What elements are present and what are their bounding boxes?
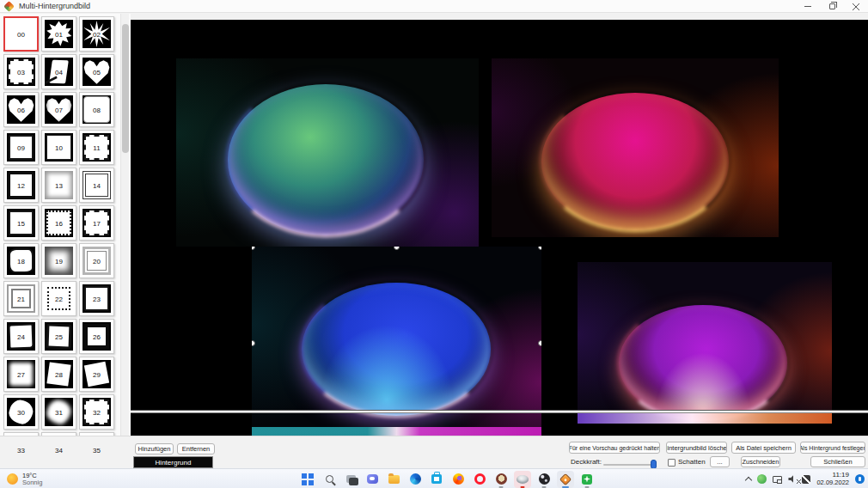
mask-thumbnail[interactable]: 18	[3, 243, 39, 278]
mask-thumbnail[interactable]: 13	[41, 168, 76, 203]
mask-thumbnail[interactable]: 02	[79, 16, 114, 52]
more-options-button[interactable]: ...	[710, 456, 730, 467]
mask-number: 22	[45, 295, 73, 302]
resize-handle[interactable]	[538, 340, 541, 346]
background-button[interactable]: Hintergrund	[133, 456, 213, 468]
taskbar-app[interactable]	[342, 471, 359, 488]
mask-thumbnail[interactable]: 08	[79, 92, 114, 127]
mask-thumbnail[interactable]: 09	[3, 130, 39, 165]
notification-badge-icon[interactable]	[855, 474, 865, 484]
shadow-checkbox[interactable]	[668, 459, 675, 467]
mask-thumbnail[interactable]: 10	[41, 130, 76, 165]
mask-preview: 25	[45, 322, 73, 351]
mask-thumbnail[interactable]: 28	[41, 357, 76, 392]
resize-handle[interactable]	[252, 247, 255, 250]
mask-thumbnail[interactable]: 14	[79, 168, 114, 203]
mask-preview: 20	[83, 247, 111, 275]
taskbar-app[interactable]	[364, 471, 381, 488]
sidebar-scrollbar[interactable]	[120, 14, 129, 468]
delete-wallpaper-button[interactable]: Hintergrundbild löschen	[666, 442, 727, 454]
mask-thumbnail[interactable]: 16	[41, 205, 76, 241]
opacity-slider[interactable]	[603, 461, 657, 468]
taskbar-app[interactable]	[449, 471, 467, 488]
restore-button[interactable]	[820, 0, 844, 13]
tray-icon[interactable]	[773, 476, 782, 483]
taskbar-app[interactable]	[492, 471, 510, 488]
close-app-button[interactable]: Schließen	[810, 456, 865, 467]
scrollbar-thumb[interactable]	[122, 24, 129, 153]
mask-thumbnail[interactable]: 20	[79, 243, 114, 278]
tray-icon[interactable]	[746, 475, 751, 483]
running-indicator	[585, 486, 590, 488]
mask-thumbnail[interactable]: 04	[41, 54, 76, 89]
mask-thumbnail[interactable]: 24	[3, 319, 39, 354]
crop-button[interactable]: Zuschneiden	[741, 456, 780, 467]
mask-preview: 10	[45, 133, 73, 162]
taskbar-app[interactable]	[535, 471, 553, 488]
mask-thumbnail[interactable]: 06	[3, 92, 39, 127]
mask-thumbnail[interactable]: 27	[3, 357, 39, 392]
add-button[interactable]: Hinzufügen	[135, 443, 174, 454]
weather-widget[interactable]: 19°C Sonnig	[7, 469, 42, 488]
mask-preview: 31	[45, 398, 73, 426]
mask-thumbnail[interactable]: 01	[41, 16, 76, 52]
taskbar-app[interactable]	[514, 471, 531, 488]
mask-number: 12	[7, 181, 35, 189]
tray-icon[interactable]	[757, 474, 767, 484]
resize-handle[interactable]	[252, 340, 255, 346]
close-button[interactable]	[844, 0, 868, 13]
mask-thumbnail[interactable]: 30	[3, 394, 39, 430]
remove-button[interactable]: Entfernen	[177, 443, 215, 454]
mask-thumbnail[interactable]: 19	[41, 243, 76, 278]
wallpaper-preview[interactable]	[492, 58, 779, 237]
mask-thumbnail[interactable]: 03	[3, 54, 39, 89]
mask-thumbnail[interactable]: 05	[79, 54, 114, 89]
mask-number: 25	[45, 332, 73, 340]
sun-icon	[7, 473, 18, 485]
preview-canvas	[131, 14, 868, 436]
taskbar-app[interactable]	[406, 471, 424, 488]
mask-thumbnail[interactable]: 21	[3, 281, 39, 316]
mask-thumbnail[interactable]: 15	[3, 205, 39, 241]
taskbar-app[interactable]	[428, 471, 445, 488]
mask-thumbnail[interactable]: 26	[79, 319, 114, 354]
taskbar-app[interactable]	[299, 471, 316, 488]
minimize-button[interactable]	[796, 0, 820, 13]
hold-preview-button[interactable]: Für eine Vorschau gedrückt halten	[569, 442, 660, 454]
mask-thumbnail[interactable]: 23	[79, 281, 114, 316]
save-as-file-button[interactable]: Als Datei speichern	[731, 442, 796, 454]
mask-thumbnail[interactable]: 31	[41, 394, 76, 430]
mask-thumbnail[interactable]: 25	[41, 319, 76, 354]
mask-thumbnail[interactable]: 17	[79, 205, 114, 241]
running-indicator	[562, 486, 569, 488]
tray-icon[interactable]	[788, 475, 796, 483]
taskbar-app[interactable]	[557, 471, 574, 488]
mask-number: 24	[7, 332, 35, 340]
mask-thumbnail[interactable]: 29	[79, 357, 114, 392]
running-indicator	[456, 486, 461, 488]
taskbar-app[interactable]	[471, 471, 488, 488]
running-indicator	[542, 486, 547, 488]
mask-thumbnail[interactable]: 22	[41, 281, 76, 316]
clock[interactable]: 11:19 02.09.2022	[816, 472, 849, 486]
mask-thumbnail[interactable]: 12	[3, 168, 39, 203]
taskbar-app[interactable]	[321, 471, 338, 488]
resize-handle[interactable]	[394, 247, 400, 250]
mask-thumbnail[interactable]: 32	[79, 394, 114, 430]
mask-number: 02	[83, 30, 111, 38]
mask-thumbnail[interactable]: 00	[3, 16, 39, 52]
mask-thumbnail[interactable]: 07	[41, 92, 76, 127]
wallpaper-preview[interactable]	[176, 58, 479, 247]
mask-preview: 32	[83, 398, 111, 426]
wallpaper-preview[interactable]	[252, 247, 541, 436]
app-icon	[346, 475, 356, 483]
mask-thumbnail[interactable]: 11	[79, 130, 114, 165]
mask-preview: 09	[7, 133, 35, 162]
tray-icon[interactable]	[802, 475, 810, 484]
resize-handle[interactable]	[538, 247, 541, 250]
set-as-wallpaper-button[interactable]: Als Hintergrund festlegen	[800, 442, 865, 454]
app-icon	[388, 475, 400, 484]
taskbar-app[interactable]	[578, 471, 596, 488]
taskbar-app[interactable]	[385, 471, 402, 488]
wallpaper-preview[interactable]	[578, 262, 832, 424]
